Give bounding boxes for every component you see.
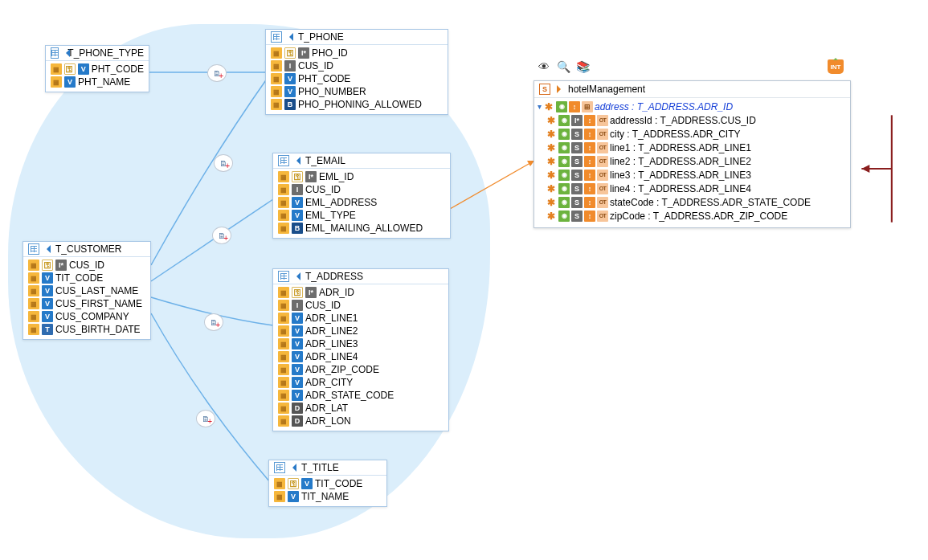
- arrow-left-icon: [43, 245, 52, 253]
- entity-columns: VPHT_CODE VPHT_NAME: [46, 61, 149, 92]
- panel-item[interactable]: Sline2 : T_ADDRESS.ADR_LINE2: [546, 154, 847, 168]
- entity-title: T_EMAIL: [305, 155, 345, 166]
- entity-t-email[interactable]: T_EMAIL I*EML_ID ICUS_ID VEML_ADDRESS VE…: [272, 153, 451, 239]
- table-icon: [274, 462, 285, 473]
- entity-t-address[interactable]: T_ADDRESS I*ADR_ID ICUS_ID VADR_LINE1 VA…: [272, 268, 449, 431]
- arrow-left-icon: [62, 49, 64, 57]
- entity-columns: I*EML_ID ICUS_ID VEML_ADDRESS VEML_TYPE …: [273, 169, 450, 238]
- type-icon: [582, 101, 593, 112]
- eye-icon[interactable]: 👁: [537, 59, 551, 74]
- arrow-left-icon: [285, 33, 295, 41]
- fk-join-icon: [212, 227, 231, 244]
- arrow-left-icon: [288, 464, 298, 472]
- entity-columns: VTIT_CODE VTIT_NAME: [269, 476, 386, 506]
- int-badge-icon[interactable]: INT: [828, 59, 844, 74]
- panel-item[interactable]: SzipCode : T_ADDRESS.ADR_ZIP_CODE: [546, 209, 847, 223]
- entity-t-title[interactable]: T_TITLE VTIT_CODE VTIT_NAME: [268, 460, 387, 507]
- table-icon: [278, 155, 289, 166]
- panel-item[interactable]: I*addressId : T_ADDRESS.CUS_ID: [546, 113, 847, 127]
- panel-toolbar: 👁 🔍 📚: [537, 59, 590, 74]
- entity-title: T_PHONE: [298, 31, 344, 43]
- entity-columns: I*PHO_ID ICUS_ID VPHT_CODE VPHO_NUMBER B…: [266, 45, 448, 114]
- table-icon: [278, 271, 289, 282]
- arrow-left-icon: [292, 157, 302, 165]
- callout-arrow-icon: [855, 104, 895, 233]
- fk-join-icon: [214, 154, 233, 172]
- panel-item[interactable]: Sline3 : T_ADDRESS.ADR_LINE3: [546, 168, 847, 182]
- entity-columns: I*ADR_ID ICUS_ID VADR_LINE1 VADR_LINE2 V…: [273, 284, 448, 431]
- panel-item[interactable]: Scity : T_ADDRESS.ADR_CITY: [546, 127, 847, 141]
- fk-join-icon: [196, 410, 215, 427]
- bean-icon: [556, 101, 567, 112]
- svg-marker-3: [861, 165, 869, 173]
- entity-title: T_ADDRESS: [305, 271, 363, 282]
- arrow-right-icon: [554, 85, 565, 93]
- table-icon: [28, 243, 39, 255]
- panel-item[interactable]: Sline1 : T_ADDRESS.ADR_LINE1: [546, 141, 847, 154]
- panel-item[interactable]: Sline4 : T_ADDRESS.ADR_LINE4: [546, 182, 847, 195]
- required-icon: [543, 101, 554, 112]
- fk-join-icon: [204, 313, 223, 331]
- entity-columns: I*CUS_ID VTIT_CODE VCUS_LAST_NAME VCUS_F…: [23, 257, 150, 339]
- panel-root-item[interactable]: ▾ address : T_ADDRESS.ADR_ID: [538, 100, 847, 113]
- map-icon: [569, 101, 580, 112]
- entity-t-phone[interactable]: T_PHONE I*PHO_ID ICUS_ID VPHT_CODE VPHO_…: [265, 29, 448, 115]
- panel-root-label: address : T_ADDRESS.ADR_ID: [595, 101, 733, 112]
- entity-t-phone-type[interactable]: T_PHONE_TYPE VPHT_CODE VPHT_NAME: [45, 45, 149, 92]
- mapping-panel[interactable]: hotelManagement ▾ address : T_ADDRESS.AD…: [533, 80, 851, 228]
- arrow-left-icon: [292, 272, 302, 280]
- panel-item[interactable]: SstateCode : T_ADDRESS.ADR_STATE_CODE: [546, 195, 847, 209]
- entity-t-customer[interactable]: T_CUSTOMER I*CUS_ID VTIT_CODE VCUS_LAST_…: [22, 241, 151, 340]
- collapse-icon[interactable]: ▾: [538, 102, 542, 111]
- entity-title: T_TITLE: [301, 462, 339, 473]
- search-icon[interactable]: 🔍: [556, 59, 570, 74]
- schema-icon: [539, 84, 550, 95]
- layers-icon[interactable]: 📚: [575, 59, 590, 74]
- table-icon: [271, 31, 282, 43]
- panel-title: hotelManagement: [568, 84, 645, 95]
- entity-title: T_PHONE_TYPE: [67, 47, 144, 59]
- table-icon: [51, 47, 59, 59]
- fk-join-icon: [207, 64, 227, 82]
- entity-title: T_CUSTOMER: [55, 243, 121, 255]
